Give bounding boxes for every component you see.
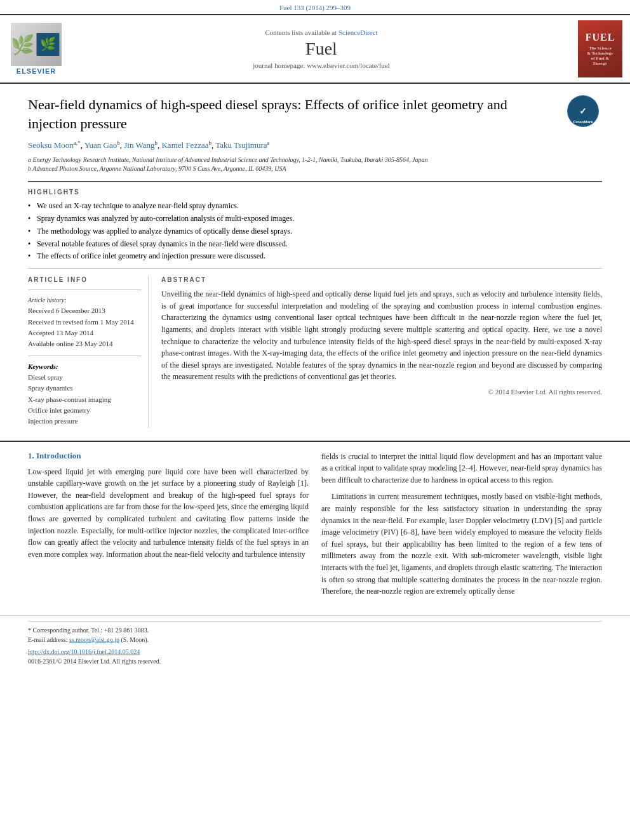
elsevier-logo-image: 🌿 — [11, 23, 62, 66]
highlights-list: We used an X-ray technique to analyze ne… — [28, 201, 602, 262]
info-abstract-area: ARTICLE INFO Article history: Received 6… — [28, 276, 602, 428]
intro-body-right: fields is crucial to interpret the initi… — [321, 451, 602, 597]
keyword-1: Diesel spray — [28, 373, 142, 382]
intro-para-3: Limitations in current measurement techn… — [321, 491, 602, 597]
author-gao[interactable]: Yuan Gao — [84, 141, 117, 150]
abstract-column: ABSTRACT Unveiling the near-field dynami… — [161, 276, 602, 428]
article-main: Near-field dynamics of high-speed diesel… — [0, 84, 630, 441]
article-history-label: Article history: — [28, 297, 142, 303]
affiliation-b: b Advanced Photon Source, Argonne Nation… — [28, 164, 602, 173]
divider-after-highlights — [28, 268, 602, 269]
footnote-corresponding: * Corresponding author. Tel.: +81 29 861… — [28, 625, 602, 635]
abstract-label: ABSTRACT — [161, 276, 602, 283]
author-wang[interactable]: Jin Wang — [124, 141, 154, 150]
journal-header: 🌿 ELSEVIER Contents lists available at S… — [0, 14, 630, 84]
highlights-label: HIGHLIGHTS — [28, 189, 602, 196]
journal-name: Fuel — [65, 39, 578, 59]
crossmark-badge: ✓ CrossMark — [567, 95, 602, 130]
intro-heading: 1. Introduction — [28, 451, 309, 461]
abstract-text: Unveiling the near-field dynamics of hig… — [161, 288, 602, 383]
keyword-2: Spray dynamics — [28, 383, 142, 393]
footnote-issn: 0016-2361/© 2014 Elsevier Ltd. All right… — [28, 657, 602, 666]
author-tsujimura[interactable]: Taku Tsujimura — [215, 141, 267, 150]
article-info-label: ARTICLE INFO — [28, 276, 142, 283]
intro-right-column: fields is crucial to interpret the initi… — [321, 451, 602, 603]
journal-homepage: journal homepage: www.elsevier.com/locat… — [65, 62, 578, 69]
title-area: Near-field dynamics of high-speed diesel… — [28, 95, 602, 133]
doi-link[interactable]: http://dx.doi.org/10.1016/j.fuel.2014.05… — [28, 648, 140, 655]
journal-title-block: Contents lists available at ScienceDirec… — [65, 29, 578, 69]
svg-text:🌿: 🌿 — [40, 36, 57, 51]
keyword-5: Injection pressure — [28, 417, 142, 426]
divider-keywords — [28, 356, 142, 356]
keyword-4: Orifice inlet geometry — [28, 406, 142, 415]
intro-para-1: Low-speed liquid jet with emerging pure … — [28, 466, 309, 561]
author-moon[interactable]: Seoksu Moon — [28, 141, 74, 150]
date-accepted: Accepted 13 May 2014 — [28, 328, 142, 338]
elsevier-logo: 🌿 ELSEVIER — [8, 23, 65, 75]
highlight-item: The effects of orifice inlet geometry an… — [28, 251, 602, 262]
article-title: Near-field dynamics of high-speed diesel… — [28, 95, 602, 133]
intro-body-left: Low-speed liquid jet with emerging pure … — [28, 466, 309, 561]
article-info-column: ARTICLE INFO Article history: Received 6… — [28, 276, 149, 428]
highlight-item: The methodology was applied to analyze d… — [28, 226, 602, 237]
cover-title: FUEL — [586, 32, 615, 43]
date-received: Received 6 December 2013 — [28, 306, 142, 316]
intro-para-2: fields is crucial to interpret the initi… — [321, 451, 602, 486]
fuel-journal-cover: FUEL The Science& Technologyof Fuel &Ene… — [578, 20, 622, 77]
introduction-section: 1. Introduction Low-speed liquid jet wit… — [0, 442, 630, 615]
intro-left-column: 1. Introduction Low-speed liquid jet wit… — [28, 451, 309, 603]
footnote-divider — [28, 621, 602, 622]
footnote-doi: http://dx.doi.org/10.1016/j.fuel.2014.05… — [28, 647, 602, 657]
highlights-section: HIGHLIGHTS We used an X-ray technique to… — [28, 189, 602, 262]
highlight-item: Several notable features of diesel spray… — [28, 239, 602, 250]
highlight-item: Spray dynamics was analyzed by auto-corr… — [28, 213, 602, 224]
journal-citation: Fuel 133 (2014) 299–309 — [0, 0, 630, 14]
keywords-label: Keywords: — [28, 363, 142, 370]
footnote-email-link[interactable]: ss.moon@aist.go.jp — [69, 636, 119, 643]
science-direct-link[interactable]: Contents lists available at ScienceDirec… — [65, 29, 578, 36]
affiliations: a Energy Technology Research Institute, … — [28, 156, 602, 173]
elsevier-tree-icon: 🌿 — [34, 25, 62, 63]
cover-detail: The Science& Technologyof Fuel &Energy — [587, 46, 613, 66]
divider-after-affiliations — [28, 181, 602, 182]
footnote-area: * Corresponding author. Tel.: +81 29 861… — [0, 615, 630, 671]
date-revised: Received in revised form 1 May 2014 — [28, 317, 142, 327]
authors-line: Seoksu Moona,*, Yuan Gaob, Jin Wangb, Ka… — [28, 139, 602, 152]
highlight-item: We used an X-ray technique to analyze ne… — [28, 201, 602, 211]
divider-info — [28, 290, 142, 290]
date-available: Available online 23 May 2014 — [28, 339, 142, 349]
svg-text:✓: ✓ — [579, 106, 587, 116]
crossmark-icon: ✓ CrossMark — [567, 95, 599, 127]
svg-text:CrossMark: CrossMark — [573, 120, 593, 124]
keyword-3: X-ray phase-contrast imaging — [28, 395, 142, 404]
footnote-email: E-mail address: ss.moon@aist.go.jp (S. M… — [28, 635, 602, 644]
author-fezzaa[interactable]: Kamel Fezzaa — [161, 141, 208, 150]
science-direct-text[interactable]: ScienceDirect — [338, 29, 378, 36]
elsevier-brand-text: ELSEVIER — [17, 67, 56, 75]
affiliation-a: a Energy Technology Research Institute, … — [28, 156, 602, 164]
copyright-line: © 2014 Elsevier Ltd. All rights reserved… — [161, 388, 602, 396]
